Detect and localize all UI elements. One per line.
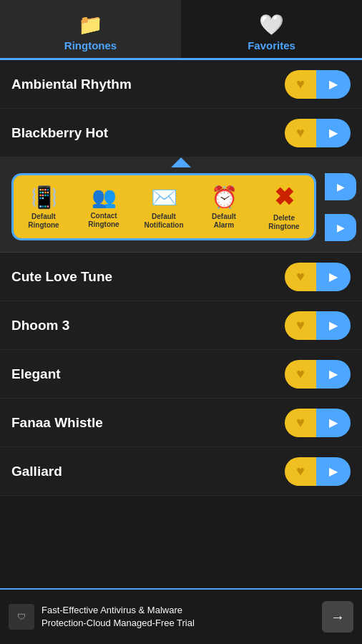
tab-ringtones-label: Ringtones [64,39,117,52]
play-icon: ▶ [337,181,345,192]
song-list: Ambiental Rhythm ♥ ▶ Blackberry Hot ♥ ▶ [0,60,362,496]
song-name: Dhoom 3 [11,318,69,333]
action-label-default-alarm: DefaultAlarm [212,213,236,230]
song-controls: ♥ ▶ [285,263,351,291]
list-item[interactable]: Galliard ♥ ▶ [0,447,362,496]
song-controls: ♥ ▶ [285,360,351,389]
folder-icon: 📁 [78,13,103,36]
song-controls: ♥ ▶ [285,409,351,437]
panel-arrow [171,157,191,167]
action-delete-ringtone[interactable]: ✖ DeleteRingtone [254,182,314,231]
ad-banner: 🛡 Fast-Effective Antivirus & Malware Pro… [0,588,362,644]
action-label-contact-ringtone: ContactRingtone [88,212,119,229]
action-label-delete-ringtone: DeleteRingtone [268,214,299,231]
song-controls: ♥ ▶ [285,70,351,99]
play-button[interactable]: ▶ [316,263,351,291]
action-label-default-ringtone: DefaultRingtone [28,213,59,230]
heart-tab-icon: 🤍 [259,13,284,36]
heart-icon: ♥ [296,317,305,333]
song-controls: ♥ ▶ [285,457,351,486]
song-controls: ♥ ▶ [285,119,351,147]
action-panel-wrapper: 📳 DefaultRingtone 👥 ContactRingtone ✉️ D… [0,157,362,252]
favorite-button[interactable]: ♥ [285,263,316,291]
song-name: Cute Love Tune [11,269,112,285]
tab-favorites-label: Favorites [248,39,295,52]
play-icon: ▶ [329,416,338,429]
tab-favorites[interactable]: 🤍 Favorites [181,0,362,58]
heart-icon: ♥ [296,268,305,285]
favorite-button[interactable]: ♥ [285,360,316,389]
list-item[interactable]: Cute Love Tune ♥ ▶ [0,253,362,301]
play-button[interactable]: ▶ [316,457,351,486]
favorite-button[interactable]: ♥ [285,457,316,486]
play-button[interactable]: ▶ [316,311,351,340]
play-icon: ▶ [329,77,338,91]
ad-line2: Protection-Cloud Managed-Free Trial [41,618,195,628]
play-icon: ▶ [329,367,338,381]
action-panel: 📳 DefaultRingtone 👥 ContactRingtone ✉️ D… [11,173,316,240]
ad-text: Fast-Effective Antivirus & Malware Prote… [41,604,315,630]
list-item[interactable]: Dhoom 3 ♥ ▶ [0,301,362,350]
action-default-ringtone[interactable]: 📳 DefaultRingtone [14,185,74,230]
delete-icon: ✖ [274,182,294,211]
alarm-icon: ⏰ [211,185,238,210]
heart-icon: ♥ [296,76,305,92]
action-label-default-notification: DefaultNotification [145,213,184,230]
favorite-button[interactable]: ♥ [285,70,316,99]
play-icon: ▶ [329,318,338,332]
heart-icon: ♥ [296,366,305,382]
side-play-bottom[interactable]: ▶ [325,214,356,241]
heart-icon: ♥ [296,463,305,479]
ad-arrow-button[interactable]: → [322,601,353,633]
list-item[interactable]: Blackberry Hot ♥ ▶ [0,109,362,157]
play-button[interactable]: ▶ [316,360,351,389]
favorite-button[interactable]: ♥ [285,311,316,340]
play-button[interactable]: ▶ [316,409,351,437]
play-icon: ▶ [329,464,338,478]
tab-ringtones[interactable]: 📁 Ringtones [0,0,181,58]
list-item[interactable]: Ambiental Rhythm ♥ ▶ [0,60,362,109]
ad-icon: 🛡 [9,604,34,630]
song-name: Fanaa Whistle [11,415,103,431]
action-default-notification[interactable]: ✉️ DefaultNotification [134,185,194,230]
heart-icon: ♥ [296,414,305,431]
ad-line1: Fast-Effective Antivirus & Malware [41,605,182,615]
contacts-icon: 👥 [92,185,117,209]
play-button[interactable]: ▶ [316,70,351,99]
heart-icon: ♥ [296,125,305,141]
header: 📁 Ringtones 🤍 Favorites [0,0,362,58]
play-icon: ▶ [337,222,345,233]
song-name: Elegant [11,366,61,382]
song-name: Galliard [11,464,62,479]
play-icon: ▶ [329,270,338,283]
notification-icon: ✉️ [151,185,177,210]
expanded-list-item: 📳 DefaultRingtone 👥 ContactRingtone ✉️ D… [0,157,362,253]
arrow-right-icon: → [331,609,345,625]
list-item[interactable]: Fanaa Whistle ♥ ▶ [0,399,362,447]
action-default-alarm[interactable]: ⏰ DefaultAlarm [194,185,254,230]
action-contact-ringtone[interactable]: 👥 ContactRingtone [74,185,134,229]
song-name: Ambiental Rhythm [11,77,132,92]
play-icon: ▶ [329,126,338,140]
side-play-top[interactable]: ▶ [325,173,356,200]
shield-icon: 🛡 [17,612,26,622]
song-name: Blackberry Hot [11,125,108,141]
play-button[interactable]: ▶ [316,119,351,147]
phone-vibrate-icon: 📳 [31,185,57,210]
list-item[interactable]: Elegant ♥ ▶ [0,350,362,399]
favorite-button[interactable]: ♥ [285,119,316,147]
song-controls: ♥ ▶ [285,311,351,340]
favorite-button[interactable]: ♥ [285,409,316,437]
